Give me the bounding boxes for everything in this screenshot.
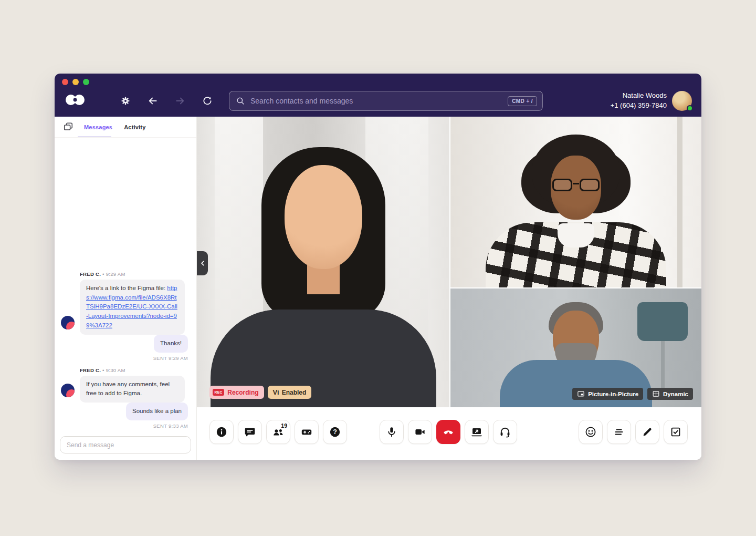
popout-window-icon[interactable] (63, 122, 74, 132)
refresh-icon[interactable] (202, 95, 213, 107)
message-input[interactable] (60, 436, 191, 453)
minimize-window-button[interactable] (72, 79, 79, 85)
participants-count-badge: 19 (281, 422, 287, 429)
screen-share-button[interactable] (465, 420, 489, 444)
user-info: Natalie Woods +1 (604) 359-7840 (611, 91, 667, 111)
person-body (500, 360, 652, 407)
recording-badge: REC Recording (209, 386, 264, 399)
topbar-row: CMD + / Natalie Woods +1 (604) 359-7840 (55, 87, 701, 115)
headset-icon (499, 426, 511, 438)
fred-avatar (61, 384, 75, 397)
incoming-bubble: Here's a link to the Figma file: https:/… (80, 280, 185, 335)
close-window-button[interactable] (62, 79, 68, 85)
app-logo-icon (65, 94, 85, 108)
back-arrow-icon[interactable] (147, 95, 159, 107)
search-icon (236, 96, 245, 106)
end-call-button[interactable] (436, 420, 460, 444)
checkbox-icon (669, 426, 682, 438)
participant-video-top-right (450, 117, 701, 287)
participants-button[interactable]: 19 (266, 420, 290, 444)
call-status-badges: REC Recording Vi Enabled (209, 386, 311, 399)
info-icon (215, 426, 228, 438)
notes-button[interactable] (635, 420, 659, 444)
sent-status: SENT 9:29 AM (60, 355, 188, 361)
message-text: Here's a link to the Figma file: (86, 285, 167, 291)
toolbar-group-right (579, 420, 688, 444)
message-meta: FRED C. • 9:30 AM (80, 367, 189, 373)
search-shortcut-badge: CMD + / (508, 96, 537, 106)
transcript-lines-icon (613, 426, 625, 438)
toolbar-group-left: 19 ? (209, 420, 347, 444)
meta-separator: • (102, 367, 104, 373)
tasks-button[interactable] (664, 420, 688, 444)
background-lamp-pole (661, 341, 665, 388)
settings-gear-icon[interactable] (120, 95, 131, 107)
message-composer (55, 433, 196, 460)
window-controls (62, 79, 89, 85)
camera-button[interactable] (408, 420, 432, 444)
incoming-bubble: If you have any comments, feel free to a… (80, 376, 185, 403)
user-avatar[interactable] (672, 91, 692, 111)
chat-button[interactable] (238, 420, 262, 444)
picture-in-picture-button[interactable]: Picture-in-Picture (572, 388, 643, 400)
sender-name: FRED C. (80, 271, 101, 277)
participant-video-main: REC Recording Vi Enabled (197, 117, 449, 407)
video-stage: REC Recording Vi Enabled (197, 117, 701, 460)
dynamic-layout-button[interactable]: Dynamic (647, 388, 693, 400)
maximize-window-button[interactable] (83, 79, 89, 85)
audio-settings-button[interactable] (493, 420, 517, 444)
mute-microphone-button[interactable] (380, 420, 404, 444)
chevron-left-icon (198, 259, 207, 267)
figma-link[interactable]: https://www.figma.com/file/ADS6X8RtTSiH9… (86, 285, 177, 328)
tab-activity[interactable]: Activity (124, 124, 145, 130)
vi-logo: Vi (273, 388, 279, 396)
user-block: Natalie Woods +1 (604) 359-7840 (611, 91, 692, 111)
fred-avatar (61, 316, 75, 329)
sender-name: FRED C. (80, 367, 101, 373)
participant-video-bottom-right: Picture-in-Picture Dynamic (450, 288, 701, 407)
call-info-button[interactable] (209, 420, 234, 444)
person-collar (558, 223, 594, 248)
forward-arrow-icon[interactable] (174, 95, 186, 107)
toolbar-group-center (380, 420, 517, 444)
user-name: Natalie Woods (611, 91, 667, 101)
reactions-button[interactable] (579, 420, 603, 444)
chat-icon (244, 426, 256, 438)
pencil-icon (641, 426, 654, 438)
sidebar-collapse-handle[interactable] (197, 251, 208, 275)
emoji-icon (584, 426, 597, 438)
outgoing-bubble: Thanks! (154, 335, 188, 353)
sidebar-header: Messages Activity (55, 117, 196, 138)
topbar: CMD + / Natalie Woods +1 (604) 359-7840 (55, 74, 701, 117)
help-button[interactable]: ? (323, 420, 347, 444)
person-face (285, 165, 362, 269)
screen-share-icon (470, 426, 483, 438)
user-phone: +1 (604) 359-7840 (611, 101, 667, 111)
grid-layout-icon (652, 390, 660, 398)
microphone-icon (385, 426, 398, 438)
vi-state-label: Enabled (282, 389, 307, 396)
tab-messages[interactable]: Messages (84, 124, 112, 130)
message-thread: FRED C. • 9:29 AM Here's a link to the F… (55, 138, 196, 433)
incoming-message-row: If you have any comments, feel free to a… (60, 376, 189, 403)
vi-enabled-badge: Vi Enabled (268, 386, 312, 399)
help-icon: ? (329, 426, 341, 438)
meta-separator: • (102, 271, 104, 277)
background-window-frame (677, 117, 682, 287)
message-time: 9:29 AM (106, 271, 125, 277)
active-tab-underline (78, 136, 111, 137)
nav-icons (120, 95, 213, 107)
online-status-dot (687, 105, 693, 111)
gamepad-icon (300, 426, 313, 438)
dynamic-label: Dynamic (663, 391, 688, 397)
search-input[interactable] (250, 97, 508, 105)
search-bar: CMD + / (229, 91, 543, 111)
message-meta: FRED C. • 9:29 AM (80, 271, 189, 277)
incoming-message-row: Here's a link to the Figma file: https:/… (60, 280, 189, 335)
transcript-button[interactable] (607, 420, 631, 444)
rec-chip-icon: REC (213, 389, 224, 396)
sent-status: SENT 9:33 AM (60, 423, 188, 429)
gamepad-button[interactable] (295, 420, 319, 444)
layout-badges: Picture-in-Picture Dynamic (572, 388, 693, 400)
picture-in-picture-icon (577, 390, 585, 398)
